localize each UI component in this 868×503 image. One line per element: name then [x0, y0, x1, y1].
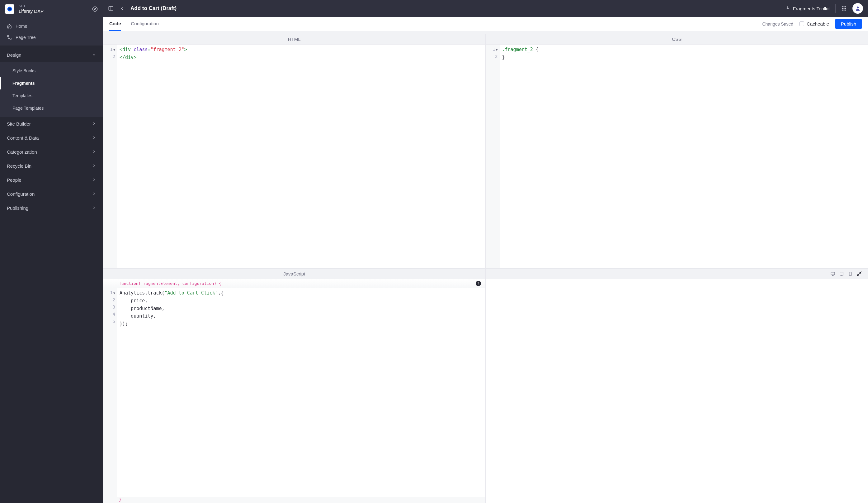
svg-rect-16 [845, 10, 846, 11]
tabs-bar: Code Configuration Changes Saved Cacheab… [103, 17, 868, 31]
nav-page-tree[interactable]: Page Tree [0, 32, 103, 43]
main: Add to Cart (Draft) Fragments Toolkit Co… [103, 0, 868, 503]
svg-rect-12 [844, 8, 845, 9]
desktop-icon[interactable] [830, 271, 835, 276]
html-pane: HTML 1▼ 2 <div class="fragment_2"> </div… [103, 34, 486, 268]
css-pane-header: CSS [486, 34, 868, 44]
html-code: <div class="fragment_2"> </div> [117, 44, 189, 268]
topbar: Add to Cart (Draft) Fragments Toolkit [103, 0, 868, 17]
nav-section-design[interactable]: Design [0, 48, 103, 62]
preview-toolbar [486, 269, 868, 279]
nav-section-categorization[interactable]: Categorization [0, 145, 103, 159]
sidebar-item-templates[interactable]: Templates [0, 89, 103, 102]
svg-rect-9 [844, 6, 845, 7]
chevron-right-icon [92, 192, 96, 196]
apps-grid-icon[interactable] [841, 6, 847, 11]
changes-saved-label: Changes Saved [762, 21, 793, 27]
user-icon [855, 6, 860, 11]
cacheable-label: Cacheable [807, 21, 829, 27]
help-icon[interactable]: ? [476, 281, 481, 286]
svg-rect-14 [842, 10, 843, 11]
nav-section-recycle-bin[interactable]: Recycle Bin [0, 159, 103, 173]
html-pane-header: HTML [103, 34, 485, 44]
mobile-icon[interactable] [848, 271, 853, 276]
html-editor[interactable]: 1▼ 2 <div class="fragment_2"> </div> [103, 44, 485, 268]
js-function-banner: function(fragmentElement, configuration)… [103, 279, 485, 288]
sidebar-item-fragments[interactable]: Fragments [0, 77, 103, 89]
site-label: SITE [19, 4, 87, 8]
svg-rect-5 [10, 38, 11, 39]
css-pane: CSS 1▼ 2 .fragment_2 { } [486, 34, 868, 268]
cacheable-checkbox[interactable]: Cacheable [799, 21, 829, 27]
nav-sub-design: Style Books Fragments Templates Page Tem… [0, 62, 103, 117]
toolkit-label: Fragments Toolkit [793, 6, 830, 11]
nav-section-content-data[interactable]: Content & Data [0, 131, 103, 145]
sidebar-header: SITE Liferay DXP [0, 0, 103, 18]
svg-rect-8 [842, 6, 843, 7]
site-info: SITE Liferay DXP [19, 4, 87, 14]
page-title: Add to Cart (Draft) [131, 5, 176, 11]
html-gutter: 1▼ 2 [103, 44, 117, 268]
css-code: .fragment_2 { } [500, 44, 541, 268]
fragments-toolkit-link[interactable]: Fragments Toolkit [785, 6, 830, 11]
css-gutter: 1▼ 2 [486, 44, 500, 268]
sidebar-item-page-templates[interactable]: Page Templates [0, 102, 103, 114]
tablet-icon[interactable] [839, 271, 844, 276]
publish-button[interactable]: Publish [835, 19, 862, 29]
js-function-footer: } [103, 497, 485, 503]
css-editor[interactable]: 1▼ 2 .fragment_2 { } [486, 44, 868, 268]
nav-top: Home Page Tree [0, 18, 103, 46]
nav-section-design-label: Design [7, 52, 21, 58]
panel-toggle-icon[interactable] [108, 6, 114, 11]
svg-rect-10 [845, 6, 846, 7]
chevron-right-icon [92, 164, 96, 168]
svg-rect-6 [108, 7, 113, 10]
site-name: Liferay DXP [19, 8, 87, 14]
svg-point-1 [8, 8, 11, 10]
svg-rect-15 [844, 10, 845, 11]
nav-section-label: Configuration [7, 191, 34, 197]
divider [835, 4, 836, 13]
nav-home[interactable]: Home [0, 21, 103, 32]
compass-icon[interactable] [92, 6, 98, 12]
back-icon[interactable] [119, 6, 125, 11]
tab-configuration[interactable]: Configuration [131, 17, 159, 31]
svg-rect-4 [8, 36, 9, 37]
page-tree-icon [7, 35, 12, 40]
js-code: Analytics.track("Add to Cart Click",{ pr… [117, 288, 226, 497]
nav-section-publishing[interactable]: Publishing [0, 201, 103, 215]
topbar-left: Add to Cart (Draft) [108, 5, 176, 11]
nav-section-label: Content & Data [7, 135, 39, 141]
nav-section-label: Publishing [7, 205, 28, 211]
nav-sections: Design Style Books Fragments Templates P… [0, 46, 103, 503]
tab-code[interactable]: Code [109, 17, 121, 31]
nav-home-label: Home [16, 24, 27, 29]
editor-area: HTML 1▼ 2 <div class="fragment_2"> </div… [103, 31, 868, 503]
expand-icon[interactable] [857, 271, 861, 276]
download-icon [785, 6, 790, 11]
site-logo[interactable] [5, 4, 14, 14]
preview-body [486, 279, 868, 503]
chevron-right-icon [92, 178, 96, 182]
svg-rect-13 [845, 8, 846, 9]
chevron-right-icon [92, 135, 96, 140]
nav-section-label: Recycle Bin [7, 163, 31, 169]
nav-section-site-builder[interactable]: Site Builder [0, 117, 103, 131]
chevron-right-icon [92, 122, 96, 126]
chevron-right-icon [92, 150, 96, 154]
nav-section-label: Categorization [7, 149, 37, 154]
svg-point-17 [857, 7, 859, 8]
svg-rect-18 [831, 272, 835, 274]
nav-section-configuration[interactable]: Configuration [0, 187, 103, 201]
avatar[interactable] [852, 3, 863, 14]
js-pane-header: JavaScript [103, 269, 485, 279]
sidebar: SITE Liferay DXP Home Page Tree Design S… [0, 0, 103, 503]
svg-rect-11 [842, 8, 843, 9]
svg-marker-3 [94, 8, 96, 10]
sidebar-item-style-books[interactable]: Style Books [0, 64, 103, 77]
js-editor[interactable]: 1▼ 2 3 4 5 Analytics.track("Add to Cart … [103, 288, 485, 497]
topbar-right: Fragments Toolkit [785, 3, 863, 14]
nav-section-people[interactable]: People [0, 173, 103, 187]
nav-section-label: Site Builder [7, 121, 31, 127]
js-gutter: 1▼ 2 3 4 5 [103, 288, 117, 497]
